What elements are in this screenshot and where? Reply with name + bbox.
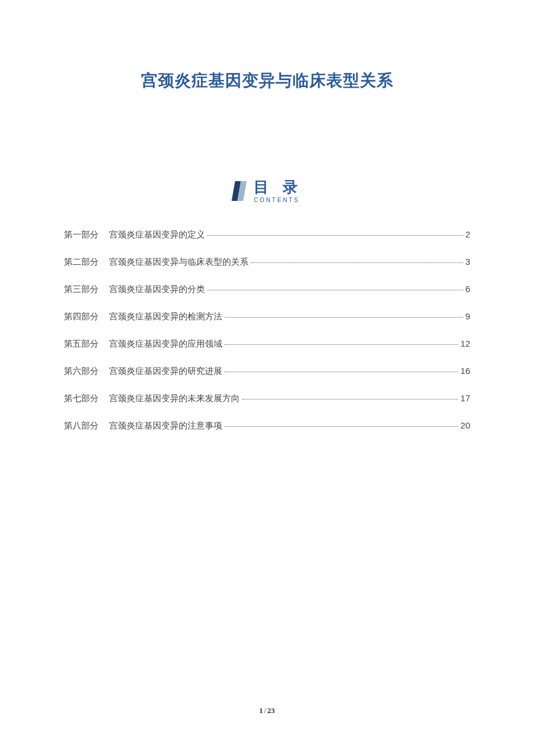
toc-page-number: 16	[460, 366, 470, 376]
toc-entry-title: 宫颈炎症基因变异的分类	[109, 284, 205, 295]
toc-page-number: 17	[460, 393, 470, 403]
toc-part-label: 第五部分	[64, 339, 99, 350]
toc-entry-title: 宫颈炎症基因变异的研究进展	[109, 366, 222, 377]
toc-part-label: 第四部分	[64, 311, 99, 322]
toc-row[interactable]: 第六部分宫颈炎症基因变异的研究进展16	[64, 366, 470, 377]
toc-leader-dots	[225, 426, 458, 427]
toc-row[interactable]: 第八部分宫颈炎症基因变异的注意事项20	[64, 420, 470, 431]
document-page: 宫颈炎症基因变异与临床表型关系 目 录 CONTENTS 第一部分宫颈炎症基因变…	[0, 0, 534, 431]
toc-title-en: CONTENTS	[254, 197, 300, 203]
page-separator: /	[264, 706, 266, 715]
toc-entry-title: 宫颈炎症基因变异的定义	[109, 229, 205, 240]
toc-leader-dots	[225, 344, 458, 345]
toc-part-label: 第三部分	[64, 284, 99, 295]
toc-list: 第一部分宫颈炎症基因变异的定义2第二部分宫颈炎症基因变异与临床表型的关系3第三部…	[64, 229, 470, 431]
page-current: 1	[259, 706, 263, 715]
toc-row[interactable]: 第七部分宫颈炎症基因变异的未来发展方向17	[64, 393, 470, 404]
toc-entry-title: 宫颈炎症基因变异的注意事项	[109, 420, 222, 431]
toc-row[interactable]: 第二部分宫颈炎症基因变异与临床表型的关系3	[64, 257, 470, 268]
toc-row[interactable]: 第五部分宫颈炎症基因变异的应用领域12	[64, 339, 470, 350]
toc-page-number: 20	[460, 420, 470, 430]
toc-leader-dots	[251, 262, 463, 263]
toc-leader-dots	[242, 399, 458, 399]
toc-entry-title: 宫颈炎症基因变异的未来发展方向	[109, 393, 240, 404]
toc-title-cn: 目 录	[254, 179, 302, 196]
toc-page-number: 6	[466, 284, 470, 294]
toc-part-label: 第六部分	[64, 366, 99, 377]
toc-part-label: 第二部分	[64, 257, 99, 268]
toc-page-number: 9	[466, 311, 470, 321]
toc-icon	[232, 181, 248, 203]
toc-leader-dots	[225, 372, 458, 372]
toc-page-number: 3	[466, 257, 470, 267]
toc-title-wrap: 目 录 CONTENTS	[254, 179, 302, 203]
toc-entry-title: 宫颈炎症基因变异的应用领域	[109, 339, 222, 350]
toc-row[interactable]: 第一部分宫颈炎症基因变异的定义2	[64, 229, 470, 240]
toc-leader-dots	[225, 317, 463, 318]
toc-part-label: 第七部分	[64, 393, 99, 404]
page-footer: 1/23	[0, 706, 534, 715]
toc-part-label: 第一部分	[64, 229, 99, 240]
toc-leader-dots	[207, 290, 463, 290]
document-title: 宫颈炎症基因变异与临床表型关系	[64, 70, 470, 92]
page-total: 23	[268, 706, 275, 715]
toc-row[interactable]: 第四部分宫颈炎症基因变异的检测方法9	[64, 311, 470, 322]
toc-leader-dots	[207, 235, 463, 236]
toc-page-number: 12	[460, 339, 470, 348]
toc-row[interactable]: 第三部分宫颈炎症基因变异的分类6	[64, 284, 470, 295]
toc-header: 目 录 CONTENTS	[64, 179, 470, 203]
toc-page-number: 2	[466, 229, 470, 239]
toc-entry-title: 宫颈炎症基因变异与临床表型的关系	[109, 257, 248, 268]
toc-entry-title: 宫颈炎症基因变异的检测方法	[109, 311, 222, 322]
toc-part-label: 第八部分	[64, 420, 99, 431]
